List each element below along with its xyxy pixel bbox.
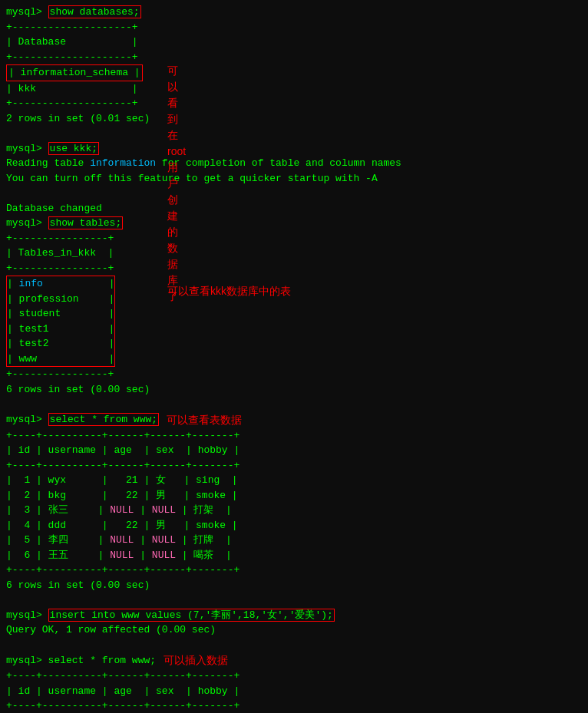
line-t3: | student |: [7, 306, 114, 322]
line-t2: | profession |: [7, 292, 114, 307]
line-t4: | test1 |: [7, 322, 114, 337]
line-query-ok: Query OK, 1 row affected (0.00 sec): [6, 622, 582, 638]
line-border3: +--------------------+: [6, 96, 582, 111]
annotation-tabledata: 可以查看表数据: [167, 412, 242, 428]
data-row6: | 6 | 王五 | NULL | NULL | 喝茶 |: [6, 548, 582, 563]
data-row4: | 4 | ddd | 22 | 男 | smoke |: [6, 518, 582, 533]
line-reading: Reading table information for completion…: [6, 156, 582, 171]
line-db-changed: Database changed: [6, 201, 582, 216]
line-data2-border1: +----+----------+------+------+-------+: [6, 668, 582, 684]
line-select-www: mysql> select * from www;: [6, 412, 159, 427]
line-db2: | kkk |: [6, 81, 582, 97]
annotation-insertdata: 可以插入数据: [164, 652, 228, 668]
line-tborder2: +----------------+: [6, 261, 582, 276]
line-tborder1: +----------------+: [6, 231, 582, 246]
line-border2: +--------------------+: [6, 50, 582, 65]
data-row3: | 3 | 张三 | NULL | NULL | 打架 |: [6, 503, 582, 518]
line-select-www2: mysql> select * from www;: [6, 653, 156, 668]
line-insert: mysql> insert into www values (7,'李丽',18…: [6, 608, 582, 623]
line-use-kkk: mysql> use kkk;: [6, 141, 582, 157]
line-show-db: mysql> show databases;: [6, 5, 582, 20]
line-rows3: 6 rows in set (0.00 sec): [6, 578, 582, 593]
line-data-border2: +----+----------+------+------+-------+: [6, 458, 582, 474]
annotation-tables: 可以查看kkk数据库中的表: [167, 283, 291, 299]
line-rows1: 2 rows in set (0.01 sec): [6, 111, 582, 127]
line-turnoff: You can turn off this feature to get a q…: [6, 171, 582, 187]
annotation-databases: 可以看到在root用户创建的数据库了: [167, 63, 186, 305]
line-tborder3: +----------------+: [6, 367, 582, 382]
line-data-header: | id | username | age | sex | hobby |: [6, 443, 582, 458]
data-row5: | 5 | 李四 | NULL | NULL | 打牌 |: [6, 533, 582, 548]
line-t1: | info |: [7, 276, 114, 292]
line-rows2: 6 rows in set (0.00 sec): [6, 382, 582, 398]
terminal: mysql> show databases; +----------------…: [0, 0, 588, 713]
line-data2-header: | id | username | age | sex | hobby |: [6, 684, 582, 699]
line-data-border3: +----+----------+------+------+-------+: [6, 563, 582, 578]
data-row1: | 1 | wyx | 21 | 女 | sing |: [6, 473, 582, 488]
line-db1: | information_schema |: [6, 64, 143, 81]
line-data2-border2: +----+----------+------+------+-------+: [6, 698, 582, 713]
data-row2: | 2 | bkg | 22 | 男 | smoke |: [6, 488, 582, 503]
line-t6: | www |: [7, 352, 114, 367]
line-t5: | test2 |: [7, 336, 114, 352]
line-data-border1: +----+----------+------+------+-------+: [6, 428, 582, 444]
line-db-header: | Database |: [6, 35, 582, 50]
line-border1: +--------------------+: [6, 20, 582, 35]
line-show-tables: mysql> show tables;: [6, 216, 582, 231]
line-tables-header: | Tables_in_kkk |: [6, 246, 582, 261]
